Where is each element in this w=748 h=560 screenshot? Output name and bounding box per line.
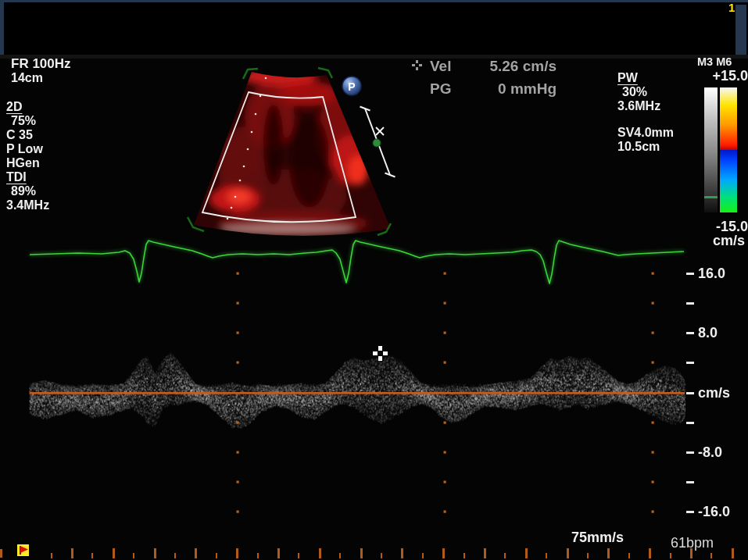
acquisition-parameters-panel: FR 100Hz 14cm 2D 75% C 35 P Low HGen TDI…: [6, 57, 71, 212]
ruler-tick: [690, 548, 693, 558]
ruler-tick: [381, 553, 382, 558]
ruler-tick: [257, 553, 259, 558]
ruler-tick: [607, 548, 610, 558]
title-bar-top-border: [0, 0, 748, 2]
ruler-tick: [51, 553, 52, 558]
grayscale-bar-marker: [704, 196, 718, 198]
colorbar-max-label: +15.0: [688, 69, 748, 83]
axis-tick: [686, 273, 694, 275]
mode-2d-title: 2D: [6, 100, 71, 114]
2d-hgen-label: HGen: [6, 156, 71, 170]
ruler-tick: [442, 548, 445, 558]
axis-tick: [686, 422, 694, 424]
p-marker-label: P: [348, 80, 355, 93]
axis-tick: [686, 481, 694, 483]
timeline-edge-tick: [0, 549, 2, 558]
2d-compress-label: C 35: [6, 128, 71, 142]
pw-title: PW: [617, 71, 674, 85]
ruler-tick: [236, 548, 238, 558]
ruler-tick: [546, 553, 547, 558]
axis-tick-label: 8.0: [698, 325, 718, 341]
title-bar-left-border: [0, 0, 4, 55]
ruler-tick: [216, 553, 217, 558]
2d-gain-label: 75%: [6, 114, 71, 128]
pointer-crosshair-cursor[interactable]: [373, 346, 388, 361]
axis-tick: [686, 511, 694, 513]
ruler-tick: [113, 548, 115, 558]
sample-volume-label: SV4.0mm: [617, 126, 674, 140]
grayscale-bar: [704, 87, 718, 212]
ecg-trace: [30, 241, 684, 284]
caliper-handle-dot[interactable]: [373, 139, 381, 147]
vel-value: 5.26 cm/s: [489, 58, 557, 75]
ruler-tick: [463, 553, 465, 558]
ruler-tick: [277, 548, 280, 558]
depth-label: 14cm: [6, 71, 71, 85]
pg-label: PG: [430, 80, 451, 98]
tdi-title: TDI: [6, 170, 71, 184]
axis-tick: [686, 451, 694, 454]
ruler-tick: [628, 553, 630, 558]
axis-tick-label: 16.0: [698, 266, 725, 282]
colorbar-unit-label: cm/s: [688, 234, 745, 248]
ruler-tick: [670, 553, 671, 558]
title-bar: 1: [0, 0, 748, 56]
caliper-x-marker: [376, 127, 384, 135]
axis-tick: [686, 362, 694, 364]
measurement-readouts: Vel 5.26 cm/s PG 0 mmHg: [430, 58, 557, 103]
axis-tick-label: -8.0: [698, 444, 722, 461]
pg-value: 0 mmHg: [498, 80, 557, 98]
ruler-tick: [587, 553, 589, 558]
ruler-tick: [298, 553, 299, 558]
ruler-tick: [91, 553, 93, 558]
velocity-colorbar: [720, 87, 737, 212]
vel-label: Vel: [430, 58, 451, 75]
ruler-tick: [174, 553, 176, 558]
p-marker-button[interactable]: P: [342, 77, 361, 95]
ecg-trace-glow: [30, 241, 684, 284]
ruler-tick: [339, 553, 341, 558]
measure-cursor-icon: [412, 60, 422, 70]
ruler-tick: [422, 553, 424, 558]
ruler-tick: [195, 548, 197, 558]
header-divider: [0, 55, 748, 59]
ruler-tick: [71, 548, 73, 558]
sweep-speed-label: 75mm/s: [571, 530, 624, 544]
tdi-color-sector: [188, 67, 391, 236]
ruler-tick: [133, 553, 134, 558]
ruler-tick: [319, 548, 321, 558]
pw-parameters-panel: PW 30% 3.6MHz SV4.0mm 10.5cm: [617, 71, 674, 154]
axis-tick-label: cm/s: [698, 385, 730, 401]
ruler-tick: [649, 548, 651, 558]
ruler-tick: [154, 548, 156, 558]
caliper-tool[interactable]: [360, 107, 395, 177]
sample-depth-label: 10.5cm: [617, 140, 674, 154]
ruler-tick: [525, 548, 528, 558]
title-bar-right-border: [735, 5, 746, 55]
ruler-tick: [484, 548, 486, 558]
axis-tick: [686, 302, 694, 305]
colorbar-min-label: -15.0: [688, 219, 748, 234]
ultrasound-screen: P 1 FR 100Hz 14cm 2D 75% C 35 P Low HGen…: [0, 0, 748, 560]
axis-tick-label: -16.0: [698, 504, 730, 520]
ruler-tick: [710, 553, 712, 558]
ruler-tick: [360, 548, 363, 558]
ruler-tick: [732, 548, 734, 558]
ruler-tick: [567, 548, 569, 558]
frame-rate-label: FR 100Hz: [6, 57, 71, 71]
axis-tick: [686, 392, 694, 394]
tdi-gain-label: 89%: [6, 184, 71, 198]
axis-tick: [686, 332, 694, 334]
ruler-tick: [401, 548, 403, 558]
pw-gain-label: 30%: [617, 85, 674, 99]
ruler-tick: [504, 553, 506, 558]
pw-freq-label: 3.6MHz: [617, 99, 674, 113]
2d-persist-label: P Low: [6, 142, 71, 156]
preview-number-badge: 1: [728, 1, 735, 14]
bookmark-flag-icon: [17, 544, 29, 556]
mi-ti-label: M3 M6: [697, 55, 732, 69]
tdi-freq-label: 3.4MHz: [6, 198, 71, 212]
